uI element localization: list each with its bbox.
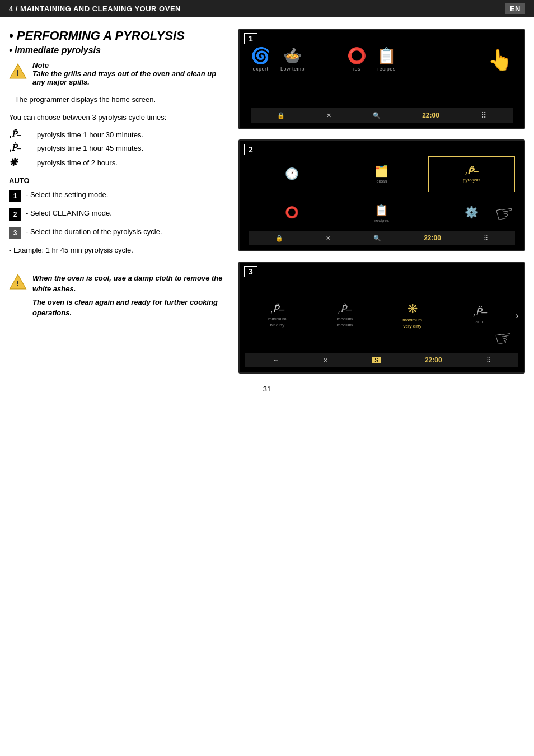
screen2-cell-clock: 🕐 <box>249 156 335 192</box>
screen1-ios: ⭕ ios <box>347 46 367 72</box>
step-badge-1: 1 <box>9 190 21 202</box>
bottom-note: ! When the oven is cool, use a damp clot… <box>9 273 227 319</box>
step-row-2: 2 - Select CLEANING mode. <box>9 208 227 221</box>
screen2-cell-circle: ⭕ <box>249 195 335 231</box>
page-content: PERFORMING A PYROLYSIS Immediate pyrolys… <box>0 17 534 385</box>
left-column: PERFORMING A PYROLYSIS Immediate pyrolys… <box>9 29 227 374</box>
bottom-note-body-2: The oven is clean again and ready for fu… <box>32 297 227 319</box>
screen1-icons: 🌀 expert 🍲 Low temp ⭕ ios 📋 recipes <box>251 46 513 72</box>
screen-2: 2 🕐 🗂️ clean ˌP̈– pyrolysis <box>238 139 525 251</box>
header-title: 4 / MAINTAINING AND CLEANING YOUR OVEN <box>9 4 181 13</box>
hand-cursor-2: ☞ <box>493 199 516 227</box>
page-header: 4 / MAINTAINING AND CLEANING YOUR OVEN E… <box>0 0 534 17</box>
pyro-time-3: pyrolysis time of 2 hours. <box>37 158 118 167</box>
screen2-cell-list: 📋 recipes <box>339 195 425 231</box>
svg-text:!: ! <box>17 279 20 288</box>
screen2-statusbar: 🔒 ✕ 🔍 22:00 ⠿ <box>249 231 515 245</box>
warning-icon-2: ! <box>9 273 27 291</box>
pyro-time-1: pyrolysis time 1 hour 30 minutes. <box>37 130 143 139</box>
bottom-note-body-1: When the oven is cool, use a damp cloth … <box>32 273 227 295</box>
step-row-1: 1 - Select the setting mode. <box>9 189 227 202</box>
paragraph-1: – The programmer displays the home scree… <box>9 94 227 105</box>
example-text: - Example: 1 hr 45 min pyrolysis cycle. <box>9 245 227 256</box>
screen-number-3: 3 <box>244 266 257 277</box>
screen1-lowtemp: 🍲 Low temp <box>280 46 305 72</box>
step-2-text: - Select CLEANING mode. <box>26 208 112 219</box>
step-3-text: - Select the duration of the pyrolysis c… <box>26 226 162 237</box>
pyro-icon-1h30: ˌP̈– <box>9 129 32 139</box>
svg-text:!: ! <box>17 68 20 77</box>
pyrolysis-times-list: ˌP̈– pyrolysis time 1 hour 30 minutes. ˌ… <box>9 129 227 169</box>
screen2-cell-tray: 🗂️ clean <box>339 156 425 192</box>
note-text: Note Take the grills and trays out of th… <box>32 61 227 86</box>
screen-number-2: 2 <box>244 144 257 155</box>
step-badge-3: 3 <box>9 227 21 239</box>
screen-number-1: 1 <box>244 33 257 44</box>
note-box: ! Note Take the grills and trays out of … <box>9 61 227 86</box>
screen2-cell-pyro: ˌP̈– pyrolysis <box>428 156 515 192</box>
pyro-time-2: pyrolysis time 1 hour 45 minutes. <box>37 144 143 152</box>
screen2-grid: 🕐 🗂️ clean ˌP̈– pyrolysis ⭕ <box>249 156 515 231</box>
right-column: 1 🌀 expert 🍲 Low temp ⭕ ios <box>238 29 525 374</box>
paragraph-2: You can choose between 3 pyrolysis cycle… <box>9 112 227 123</box>
language-badge: EN <box>505 3 525 14</box>
auto-label: AUTO <box>9 176 227 185</box>
screen3-medium: ˌP̀– mediummedium <box>313 303 377 328</box>
screen1-hand: 👆 <box>488 48 513 72</box>
screen1-statusbar: 🔒 ✕ 🔍 22:00 ⠿ <box>251 108 513 123</box>
screen3-options: ˌP̈– minimumbit dirty ˌP̀– mediummedium … <box>245 278 518 353</box>
note-label: Note <box>32 61 227 69</box>
subsection-title: Immediate pyrolysis <box>9 45 227 55</box>
screen3-minimum: ˌP̈– minimumbit dirty <box>245 303 310 328</box>
screen3-maximum: ❋ maximumvery dirty <box>380 302 444 329</box>
screen3-statusbar: ← ✕ S 22:00 ⠿ <box>245 353 518 367</box>
pyro-icon-2h: ❋ <box>9 156 32 169</box>
list-item: ˌP̀– pyrolysis time 1 hour 45 minutes. <box>9 143 227 153</box>
step-badge-2: 2 <box>9 208 21 221</box>
list-item: ˌP̈– pyrolysis time 1 hour 30 minutes. <box>9 129 227 139</box>
pyro-icon-1h45: ˌP̀– <box>9 143 32 153</box>
screen-1: 1 🌀 expert 🍲 Low temp ⭕ ios <box>238 29 525 129</box>
section-title: PERFORMING A PYROLYSIS <box>9 29 227 43</box>
step-row-3: 3 - Select the duration of the pyrolysis… <box>9 226 227 239</box>
warning-icon: ! <box>9 62 27 80</box>
screen1-expert: 🌀 expert <box>251 46 270 72</box>
list-item: ❋ pyrolysis time of 2 hours. <box>9 156 227 169</box>
screen-3: 3 ˌP̈– minimumbit dirty ˌP̀– mediummediu… <box>238 262 525 374</box>
screen3-arrow: › <box>516 311 518 321</box>
screen3-auto: ˌP̈– auto <box>448 306 512 325</box>
step-1-text: - Select the setting mode. <box>26 189 108 200</box>
bottom-note-text: When the oven is cool, use a damp cloth … <box>32 273 227 319</box>
screen1-recipes: 📋 recipes <box>377 46 396 72</box>
page-number: 31 <box>0 385 534 399</box>
note-body: Take the grills and trays out of the ove… <box>32 69 227 86</box>
